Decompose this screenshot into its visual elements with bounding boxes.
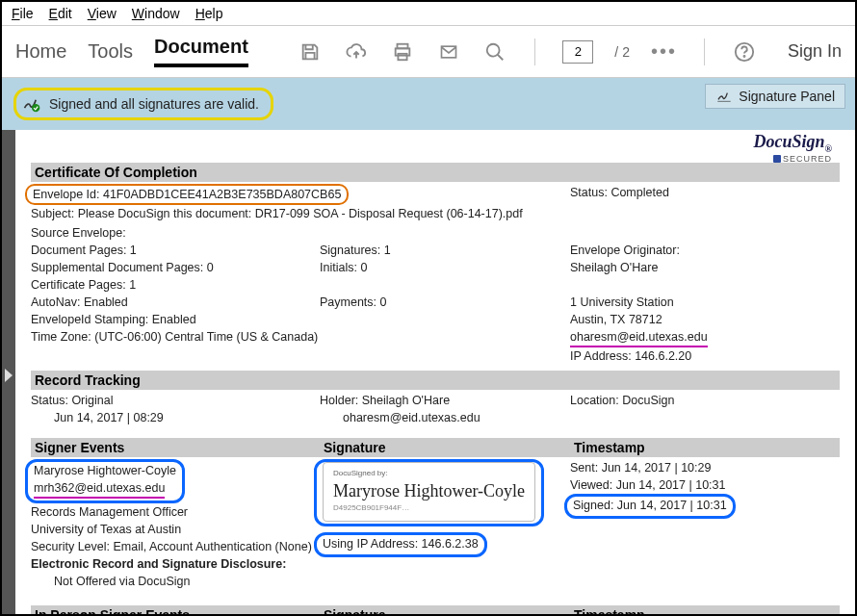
signer-highlight: Maryrose Hightower-Coyle mrh362@eid.utex… (25, 459, 185, 503)
signature-panel-button[interactable]: Signature Panel (705, 84, 845, 109)
svg-point-6 (743, 56, 744, 57)
doc-pages: Document Pages: 1 (31, 242, 320, 259)
section-certificate: Certificate Of Completion (31, 163, 840, 182)
signer-email: mrh362@eid.utexas.edu (34, 479, 165, 499)
menu-file[interactable]: File (12, 6, 34, 21)
stamping: EnvelopeId Stamping: Enabled (31, 311, 320, 328)
signer-role: Records Management Officer (31, 503, 320, 521)
page-number-input[interactable] (562, 40, 593, 64)
signer-seclevel: Security Level: Email, Account Authentic… (31, 538, 320, 555)
using-ip-highlight: Using IP Address: 146.6.2.38 (314, 532, 487, 557)
sig-docusigned-by: DocuSigned by: (333, 465, 525, 482)
tab-document[interactable]: Document (154, 36, 248, 67)
toolbar: Home Tools Document / 2 ••• Sign In (2, 26, 855, 78)
signature-image: DocuSigned by: Maryrose Hightower-Coyle … (323, 462, 535, 522)
initials: Initials: 0 (320, 259, 570, 276)
email-icon[interactable] (436, 39, 461, 64)
menu-window[interactable]: Window (132, 6, 180, 21)
autonav: AutoNav: Enabled (31, 294, 320, 311)
help-icon[interactable] (732, 39, 757, 64)
originator-label: Envelope Originator: (570, 242, 840, 259)
sig-code: D4925CB901F944F… (333, 500, 525, 517)
source-envelope: Source Envelope: (31, 224, 320, 242)
track-status: Status: Original (31, 392, 320, 409)
docusign-brand: DocuSign® (753, 132, 832, 154)
signer-name: Maryrose Hightower-Coyle (34, 462, 176, 479)
status: Status: Completed (570, 184, 840, 201)
section-record-tracking: Record Tracking (31, 371, 840, 390)
chevron-right-icon (5, 369, 13, 382)
signature-image-highlight: DocuSigned by: Maryrose Hightower-Coyle … (314, 459, 544, 526)
originator-name: Sheilagh O'Hare (570, 259, 840, 276)
disclosure-label: Electronic Record and Signature Disclosu… (31, 555, 320, 573)
toolbar-divider (534, 38, 535, 65)
subject: Subject: Please DocuSign this document: … (31, 205, 570, 222)
menu-edit[interactable]: Edit (49, 6, 72, 21)
document-page: DocuSign® SECURED Certificate Of Complet… (15, 130, 855, 616)
using-ip: Using IP Address: 146.6.2.38 (323, 537, 479, 551)
section-inperson-events: In Person Signer Events (31, 605, 320, 616)
addr1: 1 University Station (570, 294, 840, 311)
signatures: Signatures: 1 (320, 242, 570, 259)
track-status-ts: Jun 14, 2017 | 08:29 (31, 409, 320, 426)
svg-point-7 (32, 104, 39, 112)
lock-icon (773, 155, 781, 163)
docusign-logo: DocuSign® SECURED (753, 132, 832, 164)
tab-tools[interactable]: Tools (88, 40, 133, 63)
signature-status-message: Signed and all signatures are valid. (13, 88, 273, 120)
track-location: Location: DocuSign (570, 392, 840, 409)
menu-view[interactable]: View (88, 6, 117, 21)
menubar: File Edit View Window Help (2, 2, 855, 26)
cert-pages: Certificate Pages: 1 (31, 276, 320, 294)
document-viewer: DocuSign® SECURED Certificate Of Complet… (2, 130, 855, 616)
envelope-id-highlight: Envelope Id: 41F0ADBD1CEE41A2B3E735BDA80… (25, 184, 349, 205)
search-icon[interactable] (482, 39, 507, 64)
section-inperson-sig: Signature (320, 605, 570, 616)
nav-pane-toggle[interactable] (2, 130, 15, 616)
envelope-id-label: Envelope Id: (33, 188, 103, 201)
signature-status-text: Signed and all signatures are valid. (49, 96, 259, 112)
addr2: Austin, TX 78712 (570, 311, 840, 328)
supp-pages: Supplemental Document Pages: 0 (31, 259, 320, 276)
ts-signed: Signed: Jun 14, 2017 | 10:31 (573, 499, 727, 512)
pen-icon (715, 89, 733, 104)
save-icon[interactable] (298, 39, 323, 64)
disclosure-value: Not Offered via DocuSign (31, 573, 320, 590)
menu-help[interactable]: Help (195, 6, 223, 21)
ts-viewed: Viewed: Jun 14, 2017 | 10:31 (570, 476, 840, 494)
envelope-id: 41F0ADBD1CEE41A2B3E735BDA807CB65 (103, 188, 341, 201)
originator-email: oharesm@eid.utexas.edu (570, 328, 708, 347)
cloud-upload-icon[interactable] (344, 39, 369, 64)
sign-in-button[interactable]: Sign In (788, 41, 842, 62)
ts-signed-highlight: Signed: Jun 14, 2017 | 10:31 (564, 494, 736, 519)
print-icon[interactable] (390, 39, 415, 64)
signer-org: University of Texas at Austin (31, 521, 320, 538)
ts-sent: Sent: Jun 14, 2017 | 10:29 (570, 459, 840, 476)
track-holder: Holder: Sheilagh O'Hare (320, 392, 570, 409)
more-icon[interactable]: ••• (651, 40, 677, 63)
signature-panel-label: Signature Panel (739, 89, 835, 104)
originator-ip: IP Address: 146.6.2.20 (570, 347, 840, 365)
toolbar-divider-2 (704, 38, 705, 65)
page-total: / 2 (614, 44, 630, 60)
sig-name-script: Maryrose Hightower-Coyle (333, 482, 525, 500)
svg-point-4 (487, 43, 500, 56)
signature-valid-icon (22, 94, 41, 114)
section-signer-events: Signer Events (31, 438, 320, 457)
track-holder-email: oharesm@eid.utexas.edu (320, 409, 570, 426)
section-inperson-ts: Timestamp (570, 605, 840, 616)
section-timestamp: Timestamp (570, 438, 840, 457)
docusign-secured: SECURED (753, 154, 832, 164)
timezone: Time Zone: (UTC-06:00) Central Time (US … (31, 328, 320, 346)
payments: Payments: 0 (320, 294, 570, 311)
signature-status-bar: Signed and all signatures are valid. Sig… (2, 78, 855, 130)
section-signature: Signature (320, 438, 570, 457)
tab-home[interactable]: Home (15, 40, 66, 63)
